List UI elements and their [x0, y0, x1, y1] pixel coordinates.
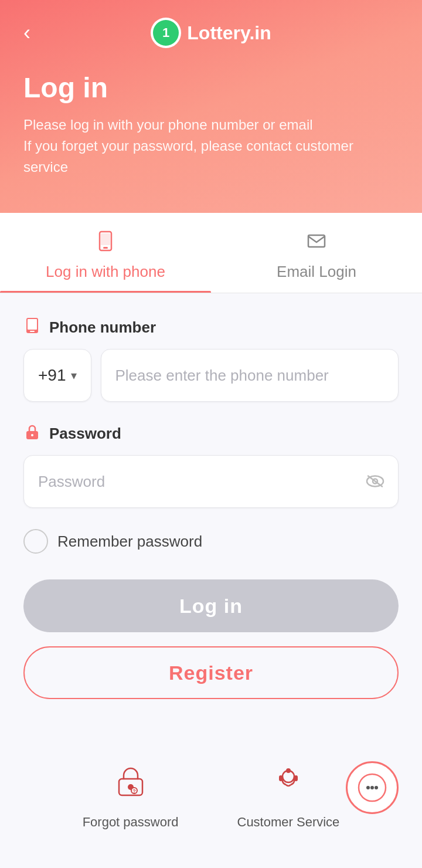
page-title: Log in	[23, 72, 399, 104]
password-field-label: Password	[49, 425, 121, 443]
remember-checkbox[interactable]	[23, 529, 48, 554]
register-button[interactable]: Register	[23, 646, 399, 699]
login-tabs: Log in with phone Email Login	[0, 213, 422, 293]
header-nav: ‹ 1 Lottery.in	[23, 18, 399, 48]
forgot-password-icon: ?	[113, 764, 148, 806]
svg-point-11	[31, 434, 33, 436]
svg-rect-6	[308, 235, 325, 247]
svg-rect-21	[294, 775, 298, 781]
forgot-password-label: Forgot password	[83, 815, 179, 830]
svg-rect-4	[103, 247, 108, 249]
password-label: Password	[23, 423, 399, 445]
customer-service-label: Customer Service	[237, 815, 340, 830]
password-wrapper	[23, 455, 399, 508]
forgot-password-link[interactable]: ? Forgot password	[83, 764, 179, 830]
phone-label: Phone number	[23, 317, 399, 338]
svg-point-25	[370, 786, 374, 789]
password-field-group: Password	[23, 423, 399, 508]
phone-input[interactable]	[101, 349, 399, 402]
logo: 1 Lottery.in	[151, 18, 271, 48]
remember-label: Remember password	[57, 533, 202, 551]
phone-label-icon	[23, 317, 41, 338]
header: ‹ 1 Lottery.in Log in Please log in with…	[0, 0, 422, 213]
phone-field-group: Phone number +91 ▾	[23, 317, 399, 402]
back-button[interactable]: ‹	[23, 22, 30, 43]
tab-phone[interactable]: Log in with phone	[0, 213, 211, 293]
customer-service-icon	[271, 764, 306, 806]
phone-input-row: +91 ▾	[23, 349, 399, 402]
tab-email[interactable]: Email Login	[211, 213, 422, 293]
phone-field-label: Phone number	[49, 318, 156, 337]
header-subtitle: Please log in with your phone number or …	[23, 114, 399, 178]
phone-tab-icon	[95, 230, 116, 257]
svg-rect-5	[101, 233, 110, 245]
svg-text:?: ?	[132, 788, 136, 794]
svg-point-22	[286, 768, 291, 773]
lock-icon	[23, 423, 41, 445]
svg-rect-8	[28, 319, 37, 330]
remember-row: Remember password	[23, 529, 399, 554]
country-code-value: +91	[38, 366, 66, 385]
svg-text:1: 1	[162, 25, 169, 40]
tab-email-label: Email Login	[277, 263, 356, 281]
password-input[interactable]	[23, 455, 399, 508]
login-form: Phone number +91 ▾ Password	[0, 293, 422, 752]
logo-icon: 1	[151, 18, 181, 48]
chat-bubble-button[interactable]	[346, 761, 399, 814]
eye-icon[interactable]	[366, 471, 384, 493]
chevron-down-icon: ▾	[71, 368, 77, 382]
login-button[interactable]: Log in	[23, 579, 399, 632]
country-code-select[interactable]: +91 ▾	[23, 349, 91, 402]
email-tab-icon	[306, 230, 327, 257]
tab-phone-label: Log in with phone	[46, 263, 165, 281]
customer-service-link[interactable]: Customer Service	[237, 764, 340, 830]
svg-rect-9	[30, 331, 35, 332]
logo-text: Lottery.in	[187, 22, 271, 44]
bottom-links-container: ? Forgot password Customer Service	[0, 752, 422, 868]
svg-point-24	[366, 786, 370, 789]
svg-point-26	[375, 786, 378, 789]
svg-rect-20	[279, 775, 283, 781]
